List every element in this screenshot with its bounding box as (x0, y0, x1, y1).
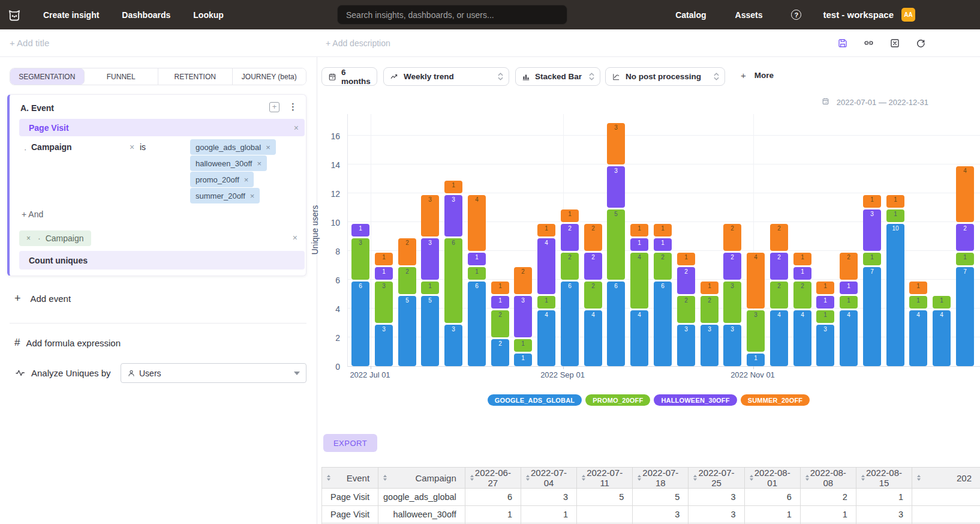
bar-segment-halloween_30off[interactable]: 1 (375, 267, 393, 280)
filter-value-tag[interactable]: google_ads_global× (190, 139, 276, 155)
analyze-by-select[interactable]: Users (121, 363, 306, 383)
bar-segment-google_ads_global[interactable]: 6 (468, 282, 486, 366)
trend-select[interactable]: Weekly trend (383, 67, 509, 86)
legend-pill-google_ads_global[interactable]: GOOGLE_ADS_GLOBAL (488, 394, 582, 406)
sort-icon[interactable] (917, 475, 921, 481)
bar-segment-google_ads_global[interactable]: 7 (956, 267, 974, 366)
export-button[interactable]: EXPORT (323, 434, 377, 452)
add-filter-icon[interactable]: + (269, 102, 279, 112)
legend-pill-summer_20off[interactable]: SUMMER_20OFF (741, 394, 810, 406)
bar-segment-summer_20off[interactable]: 1 (654, 224, 672, 236)
bar-segment-promo_20off[interactable]: 3 (351, 238, 369, 280)
bar-segment-promo_20off[interactable]: 1 (468, 267, 486, 280)
bar-segment-google_ads_global[interactable]: 1 (514, 354, 532, 366)
bar-segment-promo_20off[interactable]: 4 (630, 253, 648, 309)
column-header[interactable]: 2022-07-11 (577, 468, 633, 489)
bar-segment-google_ads_global[interactable]: 5 (421, 296, 439, 366)
bar-segment-promo_20off[interactable]: 6 (444, 238, 462, 323)
bar-segment-halloween_30off[interactable]: 1 (654, 238, 672, 251)
column-header[interactable]: 202 (912, 468, 980, 489)
remove-value-icon[interactable]: × (266, 143, 270, 152)
bar-segment-promo_20off[interactable]: 3 (723, 282, 741, 323)
bar-segment-promo_20off[interactable]: 3 (747, 310, 765, 352)
column-header[interactable]: 2022-08-01 (744, 468, 800, 489)
tab-funnel[interactable]: FUNNEL (85, 68, 159, 85)
bar-segment-summer_20off[interactable]: 3 (607, 123, 625, 164)
chart-type-select[interactable]: Stacked Bar (515, 67, 600, 86)
bar-segment-promo_20off[interactable]: 1 (909, 296, 927, 309)
bar-segment-summer_20off[interactable]: 1 (886, 195, 904, 208)
workspace-name[interactable]: test - workspace (823, 10, 894, 20)
bar-segment-google_ads_global[interactable]: 4 (770, 310, 788, 366)
nav-create-insight[interactable]: Create insight (43, 10, 99, 20)
bar-segment-promo_20off[interactable]: 2 (398, 267, 416, 294)
bar-segment-google_ads_global[interactable]: 4 (933, 310, 951, 366)
bar-segment-google_ads_global[interactable]: 3 (375, 325, 393, 366)
bar-segment-promo_20off[interactable]: 2 (793, 282, 811, 309)
bar-segment-summer_20off[interactable]: 1 (793, 253, 811, 265)
bar-segment-summer_20off[interactable]: 4 (956, 166, 974, 222)
bar-segment-halloween_30off[interactable]: 4 (537, 238, 555, 294)
column-header[interactable]: Campaign (378, 468, 465, 489)
bar-segment-google_ads_global[interactable]: 7 (863, 267, 881, 366)
bar-segment-google_ads_global[interactable]: 6 (607, 282, 625, 366)
bar-segment-summer_20off[interactable]: 1 (909, 282, 927, 294)
copy-link-icon[interactable] (863, 37, 874, 49)
bar-segment-promo_20off[interactable]: 2 (654, 253, 672, 280)
bar-segment-summer_20off[interactable]: 1 (491, 282, 509, 294)
kebab-menu-icon[interactable]: ⋮ (288, 101, 297, 112)
bar-segment-google_ads_global[interactable]: 3 (677, 325, 695, 366)
bar-segment-promo_20off[interactable]: 1 (537, 296, 555, 309)
bar-segment-summer_20off[interactable]: 1 (444, 181, 462, 193)
bar-segment-summer_20off[interactable]: 3 (421, 195, 439, 236)
remove-value-icon[interactable]: × (250, 191, 255, 200)
bar-segment-halloween_30off[interactable]: 2 (584, 253, 602, 280)
nav-assets[interactable]: Assets (735, 10, 763, 20)
bar-segment-promo_20off[interactable]: 3 (375, 282, 393, 323)
column-header[interactable]: 2022-07-25 (689, 468, 744, 489)
bar-segment-halloween_30off[interactable]: 2 (677, 267, 695, 294)
bar-segment-halloween_30off[interactable]: 3 (421, 238, 439, 280)
remove-event-icon[interactable]: × (294, 123, 299, 133)
add-and-condition[interactable]: + And (22, 209, 43, 219)
close-insight-icon[interactable] (889, 38, 900, 49)
add-formula-button[interactable]: # Add formula expression (14, 337, 121, 349)
bar-segment-google_ads_global[interactable]: 2 (491, 339, 509, 366)
bar-segment-halloween_30off[interactable]: 1 (630, 238, 648, 251)
filter-value-tag[interactable]: halloween_30off× (190, 155, 267, 171)
column-header[interactable]: 2022-08-08 (800, 468, 856, 489)
bar-segment-halloween_30off[interactable]: 1 (840, 282, 858, 294)
bar-segment-promo_20off[interactable]: 1 (863, 253, 881, 265)
bar-segment-halloween_30off[interactable]: 3 (514, 296, 532, 337)
bar-segment-summer_20off[interactable]: 1 (561, 209, 579, 222)
bar-segment-google_ads_global[interactable]: 3 (723, 325, 741, 366)
filter-property[interactable]: Campaign (31, 142, 72, 152)
tab-segmentation[interactable]: SEGMENTATION (10, 68, 85, 85)
remove-value-icon[interactable]: × (257, 159, 261, 168)
bar-segment-halloween_30off[interactable]: 2 (723, 253, 741, 280)
bar-segment-promo_20off[interactable]: 2 (561, 253, 579, 280)
add-event-button[interactable]: + Add event (14, 292, 71, 305)
bar-segment-halloween_30off[interactable]: 1 (351, 224, 369, 236)
bar-segment-halloween_30off[interactable]: 3 (444, 195, 462, 236)
cat-logo-icon[interactable] (6, 7, 23, 23)
nav-dashboards[interactable]: Dashboards (122, 10, 170, 20)
bar-segment-summer_20off[interactable]: 1 (701, 282, 719, 294)
bar-segment-halloween_30off[interactable]: 1 (793, 267, 811, 280)
bar-segment-google_ads_global[interactable]: 3 (701, 325, 719, 366)
legend-pill-promo_20off[interactable]: PROMO_20OFF (585, 394, 650, 406)
bar-segment-promo_20off[interactable]: 1 (956, 253, 974, 265)
bar-segment-promo_20off[interactable]: 5 (607, 209, 625, 280)
bar-segment-promo_20off[interactable]: 1 (421, 282, 439, 294)
sort-icon[interactable] (383, 475, 387, 481)
bar-segment-google_ads_global[interactable]: 4 (630, 310, 648, 366)
bar-segment-google_ads_global[interactable]: 5 (398, 296, 416, 366)
bar-segment-google_ads_global[interactable]: 10 (886, 224, 904, 366)
tab-journey[interactable]: JOURNEY (beta) (233, 68, 306, 85)
bar-segment-halloween_30off[interactable]: 2 (770, 253, 788, 280)
date-range-button[interactable]: 6 months (321, 67, 377, 86)
bar-segment-summer_20off[interactable]: 2 (723, 224, 741, 251)
bar-segment-halloween_30off[interactable]: 1 (468, 253, 486, 265)
bar-segment-google_ads_global[interactable]: 4 (537, 310, 555, 366)
tab-retention[interactable]: RETENTION (158, 68, 233, 85)
